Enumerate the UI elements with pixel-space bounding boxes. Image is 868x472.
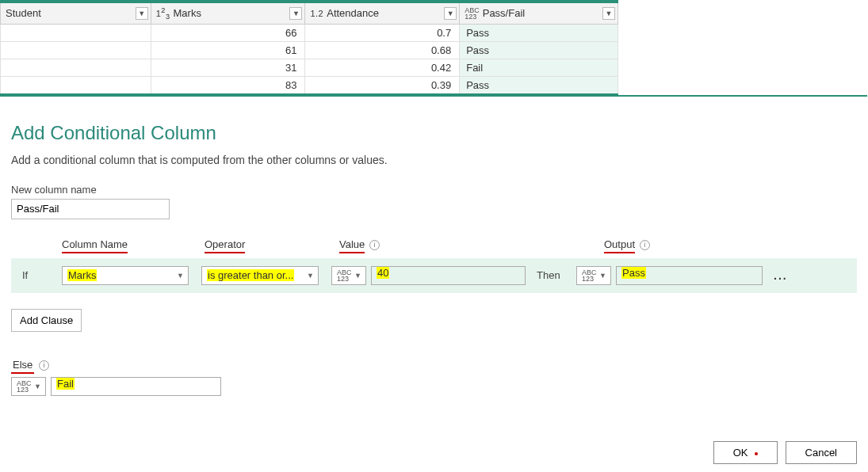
chevron-down-icon: ▼ bbox=[354, 272, 361, 280]
col-header-attendance[interactable]: 1.2 Attendance ▼ bbox=[305, 2, 460, 24]
filter-dropdown-icon[interactable]: ▼ bbox=[289, 7, 302, 20]
else-type-dropdown[interactable]: ABC123 ▼ bbox=[11, 377, 46, 396]
condition-row: If Marks ▼ is greater than or... ▼ ABC12… bbox=[11, 258, 857, 293]
cell-result: Fail bbox=[460, 59, 618, 76]
value-text: 40 bbox=[377, 267, 389, 279]
col-label: Marks bbox=[174, 7, 201, 19]
type-icon-number: 123 bbox=[156, 6, 170, 21]
header-column-name: Column Name bbox=[62, 238, 128, 253]
cell-attendance: 0.39 bbox=[305, 76, 460, 94]
cell-result: Pass bbox=[460, 76, 618, 94]
new-column-name-label: New column name bbox=[11, 184, 857, 196]
dialog-subtitle: Add a conditional column that is compute… bbox=[11, 154, 857, 166]
col-label: Student bbox=[6, 7, 41, 19]
else-label: Else bbox=[11, 359, 34, 374]
cancel-button[interactable]: Cancel bbox=[786, 441, 857, 464]
conditional-column-dialog: Add Conditional Column Add a conditional… bbox=[0, 97, 868, 396]
chevron-down-icon: ▼ bbox=[34, 383, 41, 390]
cell-student bbox=[1, 41, 151, 59]
filter-dropdown-icon[interactable]: ▼ bbox=[444, 7, 457, 20]
else-text: Fail bbox=[56, 378, 75, 390]
table-row[interactable]: 61 0.68 Pass bbox=[1, 41, 618, 59]
info-icon[interactable]: i bbox=[640, 240, 650, 250]
type-icon-any: ABC123 bbox=[465, 7, 480, 20]
cell-attendance: 0.7 bbox=[305, 24, 460, 41]
output-type-dropdown[interactable]: ABC123 ▼ bbox=[576, 266, 611, 285]
chevron-down-icon: ▼ bbox=[177, 272, 184, 280]
value-input[interactable]: 40 bbox=[371, 266, 526, 285]
add-clause-button[interactable]: Add Clause bbox=[11, 309, 82, 332]
value-type-dropdown[interactable]: ABC123 ▼ bbox=[331, 266, 366, 285]
output-text: Pass bbox=[621, 267, 646, 279]
cell-marks: 31 bbox=[151, 59, 305, 76]
chevron-down-icon: ▼ bbox=[599, 272, 606, 280]
col-label: Attendance bbox=[327, 7, 379, 19]
else-input[interactable]: Fail bbox=[51, 377, 221, 396]
column-value: Marks bbox=[67, 269, 97, 281]
cell-student bbox=[1, 59, 151, 76]
if-label: If bbox=[22, 269, 62, 281]
cell-marks: 66 bbox=[151, 24, 305, 41]
type-icon-any: ABC123 bbox=[582, 269, 597, 282]
filter-dropdown-icon[interactable]: ▼ bbox=[602, 7, 615, 20]
cell-result: Pass bbox=[460, 41, 618, 59]
col-header-student[interactable]: Student ▼ bbox=[1, 2, 151, 24]
new-column-name-input[interactable] bbox=[11, 199, 170, 219]
status-dot-icon bbox=[755, 452, 758, 455]
header-output: Output bbox=[604, 238, 635, 253]
table-row[interactable]: 66 0.7 Pass bbox=[1, 24, 618, 41]
info-icon[interactable]: i bbox=[39, 360, 49, 371]
chevron-down-icon: ▼ bbox=[307, 272, 314, 280]
type-icon-decimal: 1.2 bbox=[310, 9, 323, 18]
cell-attendance: 0.42 bbox=[305, 59, 460, 76]
operator-dropdown[interactable]: is greater than or... ▼ bbox=[201, 266, 319, 285]
col-header-passfail[interactable]: ABC123 Pass/Fail ▼ bbox=[460, 2, 618, 24]
cell-marks: 83 bbox=[151, 76, 305, 94]
info-icon[interactable]: i bbox=[369, 240, 380, 250]
header-operator: Operator bbox=[205, 238, 245, 253]
ok-label: OK bbox=[733, 447, 748, 459]
cell-attendance: 0.68 bbox=[305, 41, 460, 59]
more-options-button[interactable]: ... bbox=[774, 269, 788, 282]
data-table: Student ▼ 123 Marks ▼ 1.2 Attendance ▼ bbox=[0, 0, 618, 95]
output-input[interactable]: Pass bbox=[616, 266, 763, 285]
cell-result: Pass bbox=[460, 24, 618, 41]
cell-student bbox=[1, 24, 151, 41]
type-icon-any: ABC123 bbox=[337, 269, 352, 282]
type-icon-any: ABC123 bbox=[17, 380, 32, 393]
then-label: Then bbox=[537, 269, 576, 281]
table-row[interactable]: 31 0.42 Fail bbox=[1, 59, 618, 76]
dialog-title: Add Conditional Column bbox=[11, 122, 857, 144]
table-row[interactable]: 83 0.39 Pass bbox=[1, 76, 618, 94]
column-dropdown[interactable]: Marks ▼ bbox=[62, 266, 189, 285]
col-label: Pass/Fail bbox=[483, 7, 525, 19]
col-header-marks[interactable]: 123 Marks ▼ bbox=[151, 2, 305, 24]
filter-dropdown-icon[interactable]: ▼ bbox=[136, 7, 148, 20]
operator-value: is greater than or... bbox=[207, 269, 294, 281]
cell-student bbox=[1, 76, 151, 94]
header-value: Value bbox=[339, 238, 365, 253]
ok-button[interactable]: OK bbox=[713, 441, 778, 464]
cell-marks: 61 bbox=[151, 41, 305, 59]
